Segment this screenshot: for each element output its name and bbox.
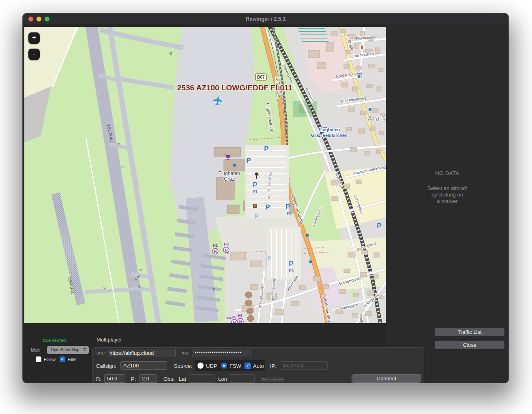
url-label: URL: <box>97 351 105 355</box>
traffic-list-button[interactable]: Traffic List <box>435 328 504 336</box>
window-controls <box>28 17 49 21</box>
callsign-label: Callsign: <box>96 363 116 369</box>
helipad-h1-label: H1 <box>213 243 218 248</box>
multiplayer-groupbox: URL: Key: Callsign: Source: UDP FSW ✓ Au… <box>92 347 424 383</box>
street-fragment-label: straße <box>359 314 364 323</box>
parking-marker[interactable]: P <box>289 260 293 268</box>
aircraft-flight-label[interactable]: 2536 AZ100 LOWG/EDDF FL011 <box>177 83 293 92</box>
r-input[interactable] <box>104 374 125 383</box>
svg-text:H: H <box>225 248 228 252</box>
parking-p3-label: P3 <box>287 211 292 216</box>
parking-marker[interactable]: P <box>377 222 381 230</box>
no-data-message: NO DATA Select an aircraft by clicking o… <box>386 170 508 205</box>
parking-marker[interactable]: P <box>285 203 290 211</box>
key-label: Key: <box>182 351 189 355</box>
osm-map: B67 16C/34C 16R/34L C C B B X X X A D Ko… <box>24 27 386 323</box>
ip-input[interactable] <box>280 361 328 370</box>
multiplayer-title: Multiplayer <box>97 337 122 343</box>
svg-text:H: H <box>214 250 217 254</box>
fsw-label: FSW <box>230 363 241 369</box>
svg-text:H: H <box>239 320 242 324</box>
filter-checkbox[interactable]: ✓ <box>60 356 65 362</box>
map-select-label: Map: <box>31 348 40 352</box>
parking-p1-label: P1 <box>253 190 258 194</box>
obs-label: Obs: <box>163 376 174 382</box>
window-content: B67 16C/34C 16R/34L C C B B X X X A D Ko… <box>23 24 508 383</box>
udp-radio[interactable] <box>197 363 204 369</box>
lat-input[interactable] <box>189 374 215 383</box>
no-data-line: Select an aircraft <box>386 185 508 192</box>
parking-marker[interactable]: P <box>246 157 251 164</box>
helipad-h5-label: H5 <box>232 315 236 319</box>
museum-icon <box>253 204 257 208</box>
titlebar[interactable]: Rewinger / 2.5.1 <box>23 13 508 24</box>
r-label: R: <box>96 376 101 382</box>
source-label: Source: <box>174 363 192 369</box>
helipad-h4-label: H4 <box>227 316 232 320</box>
no-data-line: a marker <box>386 198 508 205</box>
filter-label: Filter <box>68 357 77 362</box>
map-zoom-in-button[interactable]: + <box>28 32 40 44</box>
udp-label: UDP <box>206 363 217 369</box>
parking-marker[interactable]: P <box>264 145 268 153</box>
helipad-h3-label: H3 <box>224 242 229 246</box>
fsw-radio[interactable] <box>221 363 227 369</box>
airport-name-line2: Graz <box>224 176 234 182</box>
follow-checkbox[interactable] <box>36 356 41 362</box>
parking-marker[interactable]: P <box>255 213 258 220</box>
url-input[interactable] <box>107 349 176 357</box>
parking-marker[interactable]: P <box>253 181 257 189</box>
fullscreen-window-button[interactable] <box>45 17 49 21</box>
airport-name-line1: Flughafen <box>218 171 240 176</box>
station-name-line2: Graz-Feldkirchen <box>311 133 348 138</box>
ip-label: IP: <box>270 363 277 369</box>
close-window-button[interactable] <box>28 17 33 21</box>
minimize-window-button[interactable] <box>36 17 41 21</box>
close-button[interactable]: Close <box>435 341 504 349</box>
chevron-updown-icon <box>83 347 86 351</box>
callsign-input[interactable] <box>120 361 167 370</box>
map-provider-select[interactable]: OpenStreetMap <box>47 346 89 354</box>
no-data-title: NO DATA <box>386 170 508 176</box>
connect-button[interactable]: Connect <box>352 374 421 383</box>
p-label: P: <box>131 376 136 382</box>
auto-label: Auto <box>253 363 264 369</box>
p-input[interactable] <box>139 374 157 383</box>
auto-checkbox[interactable]: ✓ <box>245 363 251 369</box>
window-title: Rewinger / 2.5.1 <box>246 16 285 22</box>
map-zoom-out-button[interactable]: - <box>28 49 40 60</box>
app-window: Rewinger / 2.5.1 <box>23 13 508 383</box>
key-input[interactable] <box>192 349 251 357</box>
helipad-h6-label: H6 <box>238 314 242 318</box>
station-name-line1: Flughafen <box>319 127 340 132</box>
fire-station-icon <box>359 44 365 50</box>
parking-marker[interactable]: P <box>268 255 271 262</box>
place-abtissendorf-label: Abtissendorf <box>367 115 386 123</box>
lon-input[interactable] <box>229 374 255 383</box>
map-provider-value: OpenStreetMap <box>51 348 79 352</box>
lat-label: Lat <box>179 376 186 382</box>
follow-label: Follow <box>44 357 56 362</box>
route-badge-b67: B67 <box>255 74 266 80</box>
no-data-line: by clicking on <box>386 192 508 198</box>
not-connected-badge: Not connected <box>260 377 285 382</box>
map-canvas[interactable]: B67 16C/34C 16R/34L C C B B X X X A D Ko… <box>24 27 386 323</box>
route-badge-label: B67 <box>257 75 265 79</box>
svg-text:H: H <box>233 320 236 324</box>
detail-panel: NO DATA Select an aircraft by clicking o… <box>386 24 508 383</box>
lon-label: Lon <box>218 376 227 382</box>
connection-status: Connected <box>30 338 79 343</box>
parking-marker[interactable]: P <box>265 203 270 211</box>
parking-p4-label: P4 <box>289 269 294 273</box>
